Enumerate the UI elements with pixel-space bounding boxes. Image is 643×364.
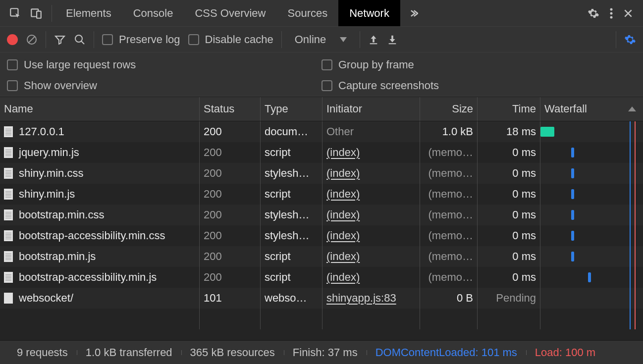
waterfall-cell [540, 225, 643, 246]
separator [360, 31, 360, 48]
initiator-link[interactable]: shinyapp.js:83 [326, 292, 396, 305]
tab-sources[interactable]: Sources [276, 0, 338, 26]
waterfall-bar [571, 231, 574, 241]
request-status: 101 [200, 288, 261, 309]
gear-icon[interactable] [588, 7, 599, 19]
request-name: bootstrap.min.js [19, 250, 96, 263]
tab-css-overview[interactable]: CSS Overview [184, 0, 276, 26]
load-guide [635, 184, 636, 205]
file-icon [4, 209, 13, 220]
request-size: (memo… [420, 163, 478, 184]
dcl-guide [630, 267, 631, 288]
load-guide [635, 225, 636, 246]
show-overview-checkbox[interactable]: Show overview [7, 79, 322, 92]
throttling-select[interactable]: Online [290, 33, 352, 46]
tab-network[interactable]: Network [338, 0, 400, 26]
sort-ascending-icon [628, 106, 636, 111]
kebab-menu-icon[interactable] [609, 7, 613, 19]
status-resources: 365 kB resources [181, 346, 284, 359]
close-icon[interactable] [623, 8, 633, 18]
request-status: 200 [200, 121, 261, 142]
waterfall-bar [571, 210, 574, 220]
disable-cache-checkbox[interactable]: Disable cache [188, 33, 273, 46]
dcl-guide [630, 205, 631, 225]
request-name: shiny.min.css [19, 167, 83, 180]
table-row[interactable]: 127.0.0.1200docum…Other1.0 kB18 ms [0, 121, 643, 142]
filter-icon[interactable] [54, 34, 66, 46]
request-size: (memo… [420, 225, 478, 246]
request-type: script [261, 142, 322, 163]
initiator-link[interactable]: (index) [326, 146, 360, 159]
device-toggle-icon[interactable] [30, 7, 43, 20]
dcl-guide [630, 246, 631, 267]
request-size: 0 B [420, 288, 478, 309]
request-status: 200 [200, 142, 261, 163]
load-guide [635, 267, 636, 288]
initiator-text: Other [326, 125, 354, 138]
svg-rect-2 [37, 11, 41, 18]
upload-har-icon[interactable] [368, 34, 379, 45]
header-size[interactable]: Size [420, 97, 478, 121]
request-type: docum… [261, 121, 322, 142]
initiator-link[interactable]: (index) [326, 250, 360, 263]
file-icon [4, 230, 13, 241]
initiator-link[interactable]: (index) [326, 208, 360, 221]
svg-point-5 [610, 16, 613, 18]
table-row[interactable]: bootstrap.min.js200script(index)(memo…0 … [0, 246, 643, 267]
tab-console[interactable]: Console [122, 0, 184, 26]
file-icon [4, 147, 13, 158]
request-status: 200 [200, 163, 261, 184]
table-row-empty [0, 309, 643, 329]
download-har-icon[interactable] [387, 34, 398, 45]
status-transferred: 1.0 kB transferred [77, 346, 181, 359]
capture-screenshots-checkbox[interactable]: Capture screenshots [322, 79, 636, 92]
request-name: shiny.min.js [19, 188, 75, 201]
search-icon[interactable] [74, 34, 86, 46]
header-type[interactable]: Type [261, 97, 322, 121]
separator [616, 31, 616, 48]
large-rows-checkbox[interactable]: Use large request rows [7, 58, 322, 71]
load-guide [635, 142, 636, 163]
header-initiator[interactable]: Initiator [322, 97, 420, 121]
request-name: jquery.min.js [19, 146, 79, 159]
clear-icon[interactable] [26, 34, 38, 46]
table-row[interactable]: websocket/101webso…shinyapp.js:830 BPend… [0, 288, 643, 309]
svg-point-3 [610, 8, 613, 10]
network-settings-icon[interactable] [624, 34, 636, 46]
table-row[interactable]: bootstrap-accessibility.min.js200script(… [0, 267, 643, 288]
waterfall-cell [540, 205, 643, 225]
preserve-log-checkbox[interactable]: Preserve log [102, 33, 180, 46]
initiator-link[interactable]: (index) [326, 271, 360, 284]
table-row[interactable]: bootstrap.min.css200stylesh…(index)(memo… [0, 205, 643, 225]
group-by-frame-checkbox[interactable]: Group by frame [322, 58, 636, 71]
header-time[interactable]: Time [478, 97, 540, 121]
table-row[interactable]: bootstrap-accessibility.min.css200styles… [0, 225, 643, 246]
table-row[interactable]: shiny.min.css200stylesh…(index)(memo…0 m… [0, 163, 643, 184]
panel-tabs: ElementsConsoleCSS OverviewSourcesNetwor… [55, 0, 400, 26]
request-type: stylesh… [261, 205, 322, 225]
request-type: script [261, 184, 322, 205]
more-tabs-icon[interactable] [400, 8, 426, 18]
waterfall-cell [540, 267, 643, 288]
waterfall-bar [571, 168, 574, 178]
request-status: 200 [200, 246, 261, 267]
svg-point-7 [75, 35, 82, 42]
table-row[interactable]: jquery.min.js200script(index)(memo…0 ms [0, 142, 643, 163]
request-status: 200 [200, 267, 261, 288]
dcl-guide [630, 288, 631, 309]
initiator-link[interactable]: (index) [326, 229, 360, 242]
tab-elements[interactable]: Elements [55, 0, 122, 26]
separator [94, 31, 94, 48]
throttling-value: Online [295, 33, 326, 46]
record-button[interactable] [7, 34, 18, 45]
dcl-guide [630, 184, 631, 205]
initiator-link[interactable]: (index) [326, 188, 360, 201]
file-icon [4, 189, 13, 200]
initiator-link[interactable]: (index) [326, 167, 360, 180]
header-status[interactable]: Status [200, 97, 261, 121]
header-waterfall[interactable]: Waterfall [540, 97, 643, 121]
header-name[interactable]: Name [0, 97, 200, 121]
dcl-guide [630, 163, 631, 184]
table-row[interactable]: shiny.min.js200script(index)(memo…0 ms [0, 184, 643, 205]
inspect-icon[interactable] [9, 7, 22, 20]
